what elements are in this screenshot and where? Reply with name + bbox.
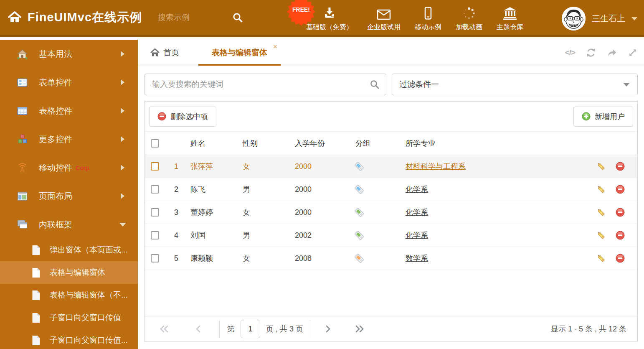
nav-label: 移动示例 bbox=[415, 23, 441, 32]
user-menu[interactable]: 三生石上 bbox=[562, 0, 637, 37]
pager-divider bbox=[219, 320, 220, 338]
delete-selected-button[interactable]: 删除选中项 bbox=[149, 107, 216, 127]
sidebar-item-page-layout[interactable]: 页面布局 bbox=[0, 182, 138, 210]
row-checkbox[interactable] bbox=[151, 231, 159, 239]
house-icon bbox=[17, 48, 28, 60]
delete-icon[interactable] bbox=[616, 162, 625, 171]
nav-loading-animations[interactable]: 加载动画 bbox=[449, 5, 489, 32]
tag-icon bbox=[350, 184, 400, 195]
keyword-search-box bbox=[145, 74, 386, 95]
row-name: 张萍萍 bbox=[185, 161, 237, 171]
home-icon[interactable] bbox=[8, 10, 22, 25]
sidebar-item-label: 页面布局 bbox=[39, 191, 72, 202]
tab-grid-edit-window[interactable]: 表格与编辑窗体 × bbox=[198, 40, 281, 66]
sidebar-subitem-label: 表格与编辑窗体（不... bbox=[50, 290, 128, 301]
header-nav: 基础版（免费） 企业版试用 移动示例 加载动画 bbox=[299, 0, 530, 37]
header-search-input[interactable] bbox=[158, 13, 221, 22]
tag-icon bbox=[350, 253, 400, 264]
page-label-suffix: 页 , 共 3 页 bbox=[266, 324, 303, 334]
nav-basic-edition[interactable]: 基础版（免费） bbox=[299, 5, 360, 32]
tag-icon bbox=[350, 230, 400, 241]
first-page-button[interactable] bbox=[159, 324, 170, 334]
delete-selected-label: 删除选中项 bbox=[170, 112, 208, 122]
row-gender: 男 bbox=[237, 230, 289, 240]
sidebar-item-label: 内联框架 bbox=[39, 219, 72, 230]
page-number-input[interactable] bbox=[241, 320, 260, 338]
tab-label: 表格与编辑窗体 bbox=[212, 47, 267, 58]
table-row: 4 刘国 男 2002 化学系 bbox=[145, 224, 637, 247]
column-group: 分组 bbox=[350, 138, 400, 148]
sidebar-item-form-controls[interactable]: 表单控件 bbox=[0, 68, 138, 97]
tab-home[interactable]: 首页 bbox=[145, 40, 185, 66]
sidebar-item-basic-usage[interactable]: 基本用法 bbox=[0, 40, 138, 68]
close-icon[interactable]: × bbox=[273, 43, 277, 50]
delete-icon[interactable] bbox=[616, 185, 625, 194]
header-search bbox=[158, 12, 243, 23]
sidebar-item-label: 表格控件 bbox=[39, 105, 72, 117]
major-link[interactable]: 化学系 bbox=[406, 208, 428, 217]
last-page-button[interactable] bbox=[354, 324, 365, 334]
row-name: 刘国 bbox=[185, 230, 237, 240]
edit-icon[interactable] bbox=[596, 185, 606, 194]
download-icon bbox=[322, 5, 337, 20]
row-checkbox[interactable] bbox=[151, 162, 159, 171]
sidebar-item-mobile-controls[interactable]: 移动控件 Corp. bbox=[0, 153, 138, 182]
row-index: 5 bbox=[168, 254, 185, 263]
grid-header: 姓名 性别 入学年份 分组 所学专业 bbox=[145, 132, 637, 155]
select-all-checkbox[interactable] bbox=[151, 139, 159, 148]
major-link[interactable]: 化学系 bbox=[406, 231, 428, 239]
row-index: 4 bbox=[168, 231, 185, 240]
delete-icon[interactable] bbox=[616, 208, 625, 217]
nav-mobile-examples[interactable]: 移动示例 bbox=[408, 5, 449, 32]
app-header: FineUIMvc在线示例 FREE! 基础版（免费） 企业版试用 bbox=[0, 0, 644, 37]
chevron-down-icon bbox=[631, 17, 637, 20]
refresh-icon[interactable] bbox=[586, 47, 596, 58]
row-gender: 男 bbox=[237, 184, 289, 194]
sidebar-item-iframe[interactable]: 内联框架 bbox=[0, 210, 138, 239]
nav-label: 主题仓库 bbox=[497, 23, 523, 32]
add-user-button[interactable]: 新增用户 bbox=[573, 107, 633, 127]
search-icon[interactable] bbox=[232, 12, 243, 23]
row-year: 2000 bbox=[289, 208, 350, 217]
nav-theme-repo[interactable]: 主题仓库 bbox=[489, 5, 530, 32]
sidebar-item-grid-controls[interactable]: 表格控件 bbox=[0, 97, 138, 125]
sidebar-subitem-popup-window[interactable]: 弹出窗体（本页面或... bbox=[0, 239, 138, 261]
sidebar-item-more-controls[interactable]: 更多控件 bbox=[0, 125, 138, 153]
keyword-search-input[interactable] bbox=[152, 80, 364, 89]
tag-icon bbox=[350, 161, 400, 172]
nav-enterprise-trial[interactable]: 企业版试用 bbox=[360, 5, 408, 32]
sidebar-item-label: 基本用法 bbox=[39, 48, 72, 60]
sidebar-subitem-child-to-parent-2[interactable]: 子窗口向父窗口传值... bbox=[0, 329, 138, 349]
nav-label: 加载动画 bbox=[456, 23, 482, 32]
major-link[interactable]: 材料科学与工程系 bbox=[406, 162, 466, 171]
prev-page-button[interactable] bbox=[194, 324, 202, 334]
antenna-icon bbox=[17, 162, 28, 173]
share-icon[interactable] bbox=[606, 47, 617, 58]
sidebar-subitem-grid-edit-window-2[interactable]: 表格与编辑窗体（不... bbox=[0, 284, 138, 306]
row-name: 陈飞 bbox=[185, 184, 237, 194]
search-icon[interactable] bbox=[370, 79, 380, 89]
sidebar-subitem-grid-edit-window[interactable]: 表格与编辑窗体 bbox=[0, 261, 138, 284]
expand-icon[interactable] bbox=[627, 47, 638, 58]
row-checkbox[interactable] bbox=[151, 185, 159, 194]
major-link[interactable]: 数学系 bbox=[406, 254, 428, 262]
avatar[interactable] bbox=[562, 7, 586, 31]
chevron-right-icon bbox=[121, 165, 124, 171]
edit-icon[interactable] bbox=[596, 231, 606, 240]
chevron-down-icon bbox=[623, 83, 630, 87]
edit-icon[interactable] bbox=[596, 254, 606, 263]
sidebar-subitem-child-to-parent[interactable]: 子窗口向父窗口传值 bbox=[0, 306, 138, 329]
major-link[interactable]: 化学系 bbox=[406, 185, 428, 194]
column-name: 姓名 bbox=[185, 138, 237, 148]
delete-icon[interactable] bbox=[616, 231, 625, 240]
row-checkbox[interactable] bbox=[151, 254, 159, 262]
filter-dropdown[interactable]: 过滤条件一 bbox=[392, 74, 638, 95]
grid-body: 1 张萍萍 女 2000 材料科学与工程系 2 陈飞 男 2000 化学系 bbox=[145, 155, 637, 270]
next-page-button[interactable] bbox=[325, 324, 332, 334]
edit-icon[interactable] bbox=[596, 162, 606, 171]
code-icon[interactable]: </> bbox=[565, 47, 576, 58]
row-checkbox[interactable] bbox=[151, 208, 159, 217]
edit-icon[interactable] bbox=[596, 208, 606, 217]
layout-icon bbox=[17, 191, 28, 202]
delete-icon[interactable] bbox=[616, 254, 625, 263]
